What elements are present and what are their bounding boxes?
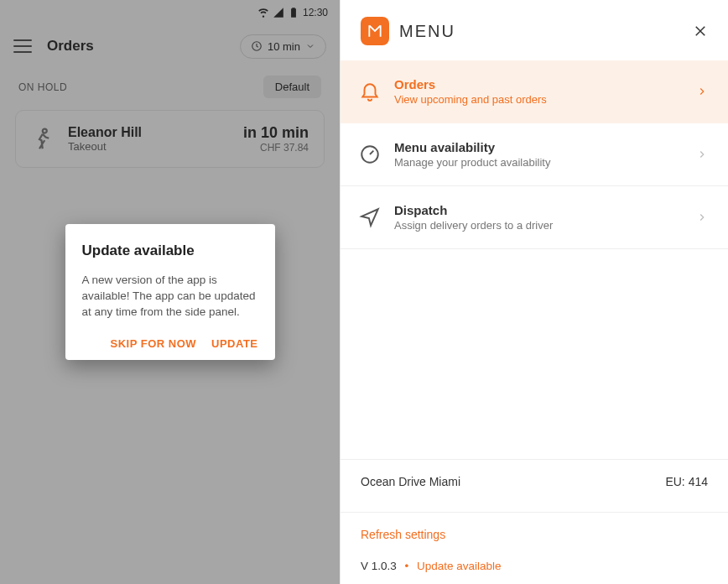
modal-actions: SKIP FOR NOW UPDATE [82,337,258,350]
menu-logo [361,17,389,45]
gauge-icon [359,143,381,165]
version-label: V 1.0.3 [361,560,397,572]
menu-item-title: Dispatch [394,203,683,217]
menu-item-availability[interactable]: Menu availability Manage your product av… [341,123,728,186]
menu-item-dispatch[interactable]: Dispatch Assign delivery orders to a dri… [341,186,728,249]
menu-list: Orders View upcoming and past orders Men… [341,60,728,459]
refresh-settings-link[interactable]: Refresh settings [361,528,708,541]
orders-screen: 12:30 Orders 10 min ON HOLD Default Elea… [0,0,340,584]
modal-overlay: Update available A new version of the ap… [0,0,340,584]
paper-plane-icon [359,206,381,228]
menu-item-subtitle: Manage your product availability [394,156,683,169]
menu-item-text: Dispatch Assign delivery orders to a dri… [394,203,683,232]
modal-body: A new version of the app is available! T… [82,273,258,321]
chevron-right-icon [696,149,708,160]
footer-eu: EU: 414 [665,475,708,488]
bell-icon [359,81,381,102]
update-modal: Update available A new version of the ap… [65,224,275,360]
menu-header: MENU [341,0,728,60]
menu-footer: Ocean Drive Miami EU: 414 Refresh settin… [341,459,728,584]
version-row: V 1.0.3 • Update available [361,560,708,572]
side-menu-panel: MENU Orders View upcoming and past order… [340,0,728,584]
chevron-right-icon [696,86,708,97]
update-button[interactable]: UPDATE [211,337,257,350]
close-icon[interactable] [693,23,708,39]
logo-icon [367,23,383,39]
footer-location-row: Ocean Drive Miami EU: 414 [361,475,708,488]
modal-title: Update available [82,242,258,259]
menu-item-title: Orders [394,77,683,91]
separator-dot: • [405,560,409,572]
menu-item-subtitle: Assign delivery orders to a driver [394,219,683,232]
skip-button[interactable]: SKIP FOR NOW [110,337,196,350]
menu-title: MENU [399,22,693,41]
update-available-link[interactable]: Update available [417,560,502,572]
menu-item-title: Menu availability [394,140,683,154]
menu-item-text: Orders View upcoming and past orders [394,77,683,106]
menu-item-text: Menu availability Manage your product av… [394,140,683,169]
chevron-right-icon [696,211,708,223]
menu-item-subtitle: View upcoming and past orders [394,93,683,106]
footer-location: Ocean Drive Miami [361,475,460,488]
menu-item-orders[interactable]: Orders View upcoming and past orders [341,60,728,123]
